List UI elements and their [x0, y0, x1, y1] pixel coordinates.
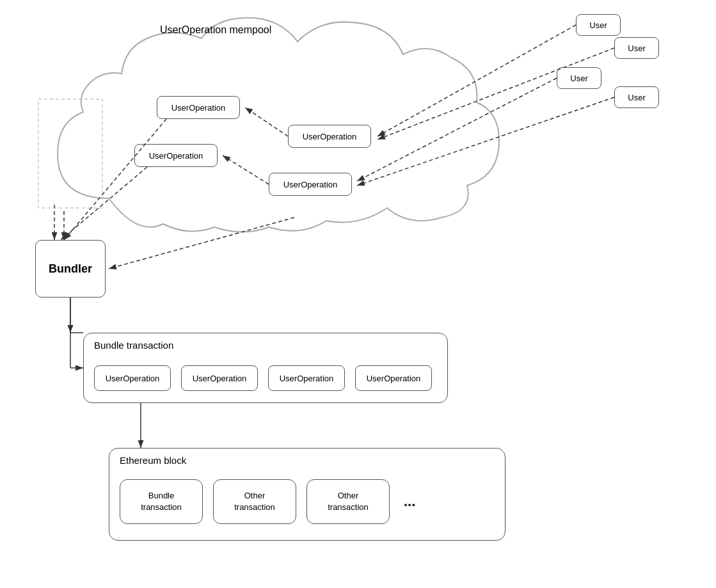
- user-operation-4: UserOperation: [269, 173, 352, 196]
- user-operation-3: UserOperation: [288, 125, 371, 148]
- bundle-uo-1: UserOperation: [94, 365, 171, 391]
- user-operation-1: UserOperation: [157, 96, 240, 119]
- user-operation-2: UserOperation: [134, 144, 218, 167]
- ethereum-block-container: Ethereum block Bundle transaction Other …: [109, 448, 505, 541]
- diagram: UserOperation mempool UserOperation User…: [0, 0, 716, 588]
- ellipsis: ...: [404, 493, 415, 510]
- eth-block-other-tx-2: Other transaction: [306, 479, 390, 524]
- user-4: User: [614, 86, 659, 108]
- eth-block-other-tx-1: Other transaction: [213, 479, 296, 524]
- bundle-uo-2: UserOperation: [181, 365, 258, 391]
- cloud-label: UserOperation mempool: [160, 24, 271, 36]
- cloud-container: UserOperation mempool: [32, 6, 518, 237]
- user-2: User: [614, 37, 659, 59]
- bundler-box: Bundler: [35, 240, 106, 298]
- user-3: User: [557, 67, 601, 89]
- bundle-uo-4: UserOperation: [355, 365, 432, 391]
- eth-block-bundle-tx: Bundle transaction: [120, 479, 203, 524]
- bundle-uo-3: UserOperation: [268, 365, 345, 391]
- bundle-transaction-container: Bundle transaction UserOperation UserOpe…: [83, 333, 448, 403]
- user-1: User: [576, 14, 621, 36]
